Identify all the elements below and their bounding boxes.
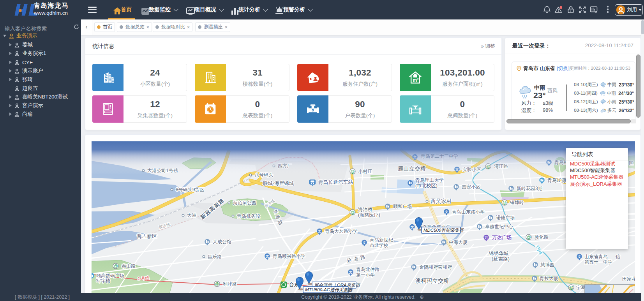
svg-text:青岛理工大学: 青岛理工大学 — [415, 178, 444, 183]
svg-text:颐和广场: 颐和广场 — [393, 204, 412, 209]
svg-text:海泊河公园: 海泊河公园 — [233, 200, 256, 206]
svg-text:锦绣华城: 锦绣华城 — [489, 251, 509, 256]
svg-text:www.qdhlm.cn: www.qdhlm.cn — [34, 10, 68, 16]
svg-text:青牧大厦: 青牧大厦 — [540, 276, 558, 281]
svg-text:青岛长途汽车站: 青岛长途汽车站 — [318, 179, 353, 185]
svg-text:昌乐路: 昌乐路 — [208, 254, 222, 259]
svg-text:颐高数码广场: 颐高数码广场 — [96, 273, 124, 278]
svg-text:@: @ — [503, 200, 506, 205]
svg-text:山东省青岛: 山东省青岛 — [584, 254, 608, 259]
svg-text:国安小区: 国安小区 — [462, 184, 480, 190]
svg-text:文: 文 — [411, 225, 414, 229]
svg-text:信: 信 — [616, 254, 620, 259]
svg-text:敦化路: 敦化路 — [535, 234, 549, 240]
svg-text:文: 文 — [266, 254, 269, 258]
svg-text:慧博园: 慧博园 — [540, 262, 554, 268]
svg-text:文: 文 — [363, 241, 366, 245]
svg-text:万达广场: 万达广场 — [492, 234, 512, 240]
svg-text:文: 文 — [445, 210, 448, 214]
svg-text:海泊桥: 海泊桥 — [358, 207, 372, 212]
svg-text:青岛北仲路: 青岛北仲路 — [356, 267, 379, 272]
svg-text:文: 文 — [318, 229, 321, 233]
svg-text:卓越世纪中心: 卓越世纪中心 — [485, 224, 513, 229]
svg-text:2-号线: 2-号线 — [138, 275, 150, 281]
svg-text:万: 万 — [484, 236, 488, 239]
svg-text:市北学校: 市北学校 — [370, 243, 388, 248]
svg-text:青岛山东路小学: 青岛山东路小学 — [452, 209, 485, 215]
svg-text:(市北校区): (市北校区) — [415, 183, 438, 188]
svg-text:大成公馆: 大成公馆 — [213, 239, 231, 245]
svg-text:@: @ — [351, 210, 355, 215]
svg-text:新岭花园3期: 新岭花园3期 — [517, 186, 543, 191]
svg-text:联城·海岸锦城: 联城·海岸锦城 — [263, 181, 294, 186]
svg-text:诺德广场: 诺德广场 — [496, 215, 515, 220]
svg-text:第五十一中学: 第五十一中学 — [584, 259, 612, 265]
svg-text:中海大厦: 中海大厦 — [449, 239, 468, 245]
svg-text:第一小学: 第一小学 — [356, 272, 375, 278]
svg-text:@: @ — [527, 235, 531, 239]
svg-text:田家花: 田家花 — [622, 276, 635, 282]
svg-text:青岛新世纪: 青岛新世纪 — [370, 237, 393, 243]
svg-text:文: 文 — [578, 255, 581, 259]
svg-text:@: @ — [569, 285, 573, 290]
svg-text:青岛海龙马: 青岛海龙马 — [34, 2, 69, 9]
svg-text:m²: m² — [413, 77, 418, 83]
svg-text:错埠岭: 错埠岭 — [510, 200, 524, 205]
svg-text:MDC500智能采集器: MDC500智能采集器 — [423, 228, 464, 232]
svg-text:青岛顺兴路小学: 青岛顺兴路小学 — [273, 253, 305, 259]
svg-text:金隅和府荣和府: 金隅和府荣和府 — [419, 264, 452, 270]
svg-text:写字楼: 写字楼 — [96, 278, 110, 283]
svg-text:@: @ — [215, 282, 219, 286]
svg-text:青岛大名路小学: 青岛大名路小学 — [325, 229, 358, 234]
svg-text:文: 文 — [349, 270, 353, 274]
svg-text:澳柯玛立交桥: 澳柯玛立交桥 — [415, 278, 449, 284]
svg-text:大港: 大港 — [187, 213, 196, 218]
svg-text:MTU500-AC透传采集器: MTU500-AC透传采集器 — [305, 287, 353, 292]
svg-text:青岛机务段: 青岛机务段 — [237, 213, 260, 219]
svg-text:西吴家村: 西吴家村 — [431, 198, 452, 204]
svg-text:(海慈医疗): (海慈医疗) — [358, 212, 380, 218]
svg-text:(延吉路): (延吉路) — [492, 256, 510, 262]
svg-text:@: @ — [114, 264, 118, 268]
svg-text:泰山路: 泰山路 — [122, 263, 136, 269]
svg-text:普吉新区: 普吉新区 — [137, 233, 157, 239]
svg-text:8号码头9货区: 8号码头9货区 — [176, 187, 204, 192]
svg-text:利津路: 利津路 — [222, 281, 237, 287]
